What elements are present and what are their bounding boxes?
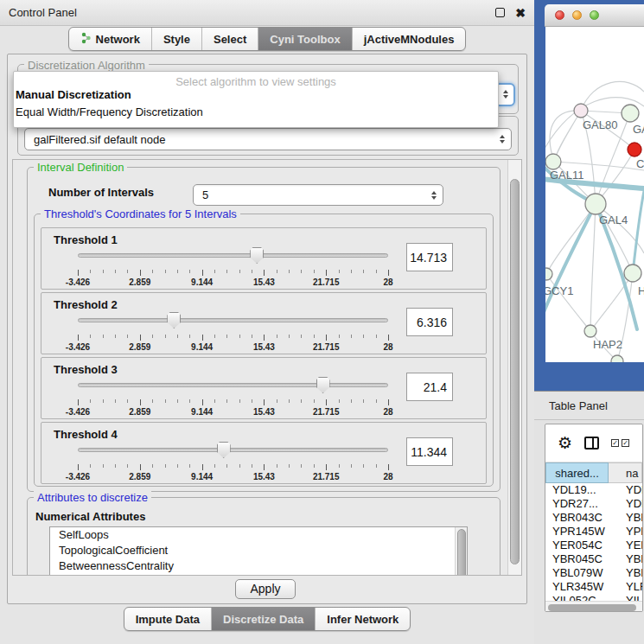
network-node[interactable] xyxy=(585,194,606,214)
network-thick-edge xyxy=(545,204,596,316)
bottom-tab-impute-data[interactable]: Impute Data xyxy=(124,608,211,630)
network-thick-edge xyxy=(633,191,644,273)
table-row[interactable]: YDL19...YDL1 xyxy=(545,483,642,497)
column-header-shared[interactable]: shared... xyxy=(545,462,609,483)
tick-label: 2.859 xyxy=(129,277,150,287)
table-row[interactable]: YER054CYER0 xyxy=(545,539,642,552)
tick-mark xyxy=(115,270,116,273)
tick-label: -3.426 xyxy=(66,342,90,352)
column-header-name[interactable]: na xyxy=(609,462,642,483)
close-traffic-light-icon[interactable] xyxy=(555,10,564,20)
number-of-intervals-combo[interactable]: 5 xyxy=(193,184,443,206)
window-title: Control Panel xyxy=(9,6,77,19)
attribute-item-selfloops[interactable]: SelfLoops xyxy=(50,527,467,543)
number-of-intervals-value: 5 xyxy=(194,188,429,201)
table-row[interactable]: YBL079WYBL0 xyxy=(545,566,642,580)
network-node[interactable] xyxy=(545,268,552,280)
tab-cyni-toolbox[interactable]: Cyni Toolbox xyxy=(258,28,351,50)
table-row[interactable]: YLR345WYLR3 xyxy=(545,580,642,594)
table-row[interactable]: YDR27...YDR2 xyxy=(545,497,642,511)
apply-button[interactable]: Apply xyxy=(235,579,296,599)
threshold-label: Threshold 3 xyxy=(54,363,118,376)
slider-thumb[interactable] xyxy=(217,442,231,458)
network-node-label: HAP2 xyxy=(593,338,622,351)
slider-thumb[interactable] xyxy=(250,247,264,264)
tab-style[interactable]: Style xyxy=(151,28,201,50)
tab-network[interactable]: Network xyxy=(69,28,151,50)
network-node[interactable] xyxy=(624,265,641,282)
threshold-value-field[interactable]: 6.316 xyxy=(406,308,453,336)
bottom-tab-discretize-data[interactable]: Discretize Data xyxy=(211,608,315,630)
network-node[interactable] xyxy=(574,104,588,118)
threshold-slider[interactable]: -3.4262.8599.14415.4321.71528 xyxy=(78,247,388,285)
control-panel-titlebar: Control Panel ✖ xyxy=(0,0,534,26)
tab-jactivemnodules[interactable]: jActiveMNodules xyxy=(352,28,466,50)
network-node[interactable] xyxy=(628,143,641,156)
table-hscrollbar-thumb[interactable] xyxy=(548,604,636,611)
tick-mark xyxy=(239,335,240,338)
threshold-value-field[interactable]: 21.4 xyxy=(406,373,453,401)
tick-mark xyxy=(326,464,327,470)
table-row[interactable]: YBR043CYBR0 xyxy=(545,511,642,525)
attributes-scrollbar[interactable] xyxy=(455,527,467,576)
network-node[interactable] xyxy=(545,154,561,169)
float-window-icon[interactable] xyxy=(495,8,505,17)
slider-thumb[interactable] xyxy=(167,312,181,328)
settings-scrollbar[interactable] xyxy=(507,160,521,576)
slider-track[interactable] xyxy=(78,448,388,452)
minimize-traffic-light-icon[interactable] xyxy=(572,10,582,20)
tick-mark xyxy=(351,399,352,403)
tick-mark xyxy=(239,270,240,273)
bottom-tab-infer-network[interactable]: Infer Network xyxy=(315,608,410,630)
cell-name: YBL0 xyxy=(609,566,642,580)
close-icon[interactable]: ✖ xyxy=(515,7,526,19)
table-hscrollbar[interactable] xyxy=(545,601,642,612)
network-edge xyxy=(546,204,596,274)
threshold-value-field[interactable]: 14.713 xyxy=(406,243,453,271)
zoom-traffic-light-icon[interactable] xyxy=(590,10,599,20)
threshold-row-1: Threshold 1-3.4262.8599.14415.4321.71528… xyxy=(41,227,487,290)
attribute-item-topologicalcoefficient[interactable]: TopologicalCoefficient xyxy=(50,543,467,558)
select-columns-icon[interactable]: ✓✓ xyxy=(611,439,629,447)
threshold-slider[interactable]: -3.4262.8599.14415.4321.71528 xyxy=(78,442,388,480)
tick-mark xyxy=(103,399,104,403)
network-node-label: GCY1 xyxy=(545,284,573,297)
tick-label: 28 xyxy=(383,472,392,481)
gear-icon[interactable]: ⚙ xyxy=(558,435,572,451)
attribute-item-betweennesscentrality[interactable]: BetweennessCentrality xyxy=(50,558,467,574)
threshold-value-field[interactable]: 11.344 xyxy=(406,437,453,466)
slider-thumb[interactable] xyxy=(316,377,330,393)
threshold-slider[interactable]: -3.4262.8599.14415.4321.71528 xyxy=(78,377,388,415)
tick-mark xyxy=(252,270,252,273)
tick-mark xyxy=(226,464,227,468)
tab-select[interactable]: Select xyxy=(201,28,258,50)
tab-label: Select xyxy=(214,33,246,46)
numerical-attributes-list[interactable]: SelfLoopsTopologicalCoefficientBetweenne… xyxy=(49,526,468,576)
tick-label: 2.859 xyxy=(129,342,150,352)
network-node[interactable] xyxy=(622,105,639,122)
algorithm-hint-option[interactable]: Select algorithm to view settings xyxy=(14,72,498,87)
tick-label: 21.715 xyxy=(313,472,340,481)
table-row[interactable]: YBR045CYBR0 xyxy=(545,552,642,566)
slider-track[interactable] xyxy=(78,318,388,322)
algorithm-option-equal-width-frequency-discretization[interactable]: Equal Width/Frequency Discretization xyxy=(14,105,498,122)
cell-name: YDR2 xyxy=(609,497,642,511)
network-canvas[interactable]: GAL80GACGAL11GAL4GCY1HHAP2 xyxy=(545,27,644,362)
top-tab-bar: NetworkStyleSelectCyni ToolboxjActiveMNo… xyxy=(0,27,534,51)
algorithm-option-manual-discretization[interactable]: Manual Discretization xyxy=(14,87,498,105)
table-row[interactable]: YIL052CYIL0 xyxy=(545,594,642,601)
table-data-combo[interactable]: galFiltered.sif default node xyxy=(24,128,512,150)
tab-label: Network xyxy=(96,33,140,46)
table-row[interactable]: YPR145WYPR1 xyxy=(545,525,642,539)
attributes-scrollbar-thumb[interactable] xyxy=(457,529,466,576)
network-node[interactable] xyxy=(611,355,623,362)
tick-label: 21.715 xyxy=(313,407,340,417)
threshold-slider[interactable]: -3.4262.8599.14415.4321.71528 xyxy=(78,312,388,350)
tick-mark xyxy=(226,335,227,338)
network-node[interactable] xyxy=(584,325,596,337)
slider-track[interactable] xyxy=(78,383,388,387)
settings-scrollbar-thumb[interactable] xyxy=(510,179,520,564)
slider-track[interactable] xyxy=(78,253,388,258)
column-layout-icon[interactable] xyxy=(584,437,599,450)
bottom-tab-bar: Impute DataDiscretize DataInfer Network xyxy=(0,607,534,631)
